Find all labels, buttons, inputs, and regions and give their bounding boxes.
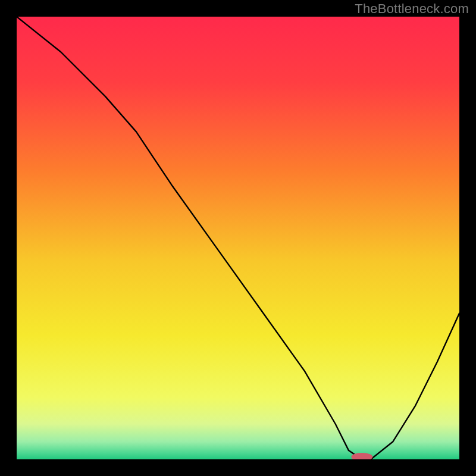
chart-frame: TheBottleneck.com [0, 0, 476, 476]
plot-area [17, 17, 459, 459]
plot-svg [17, 17, 459, 459]
watermark-text: TheBottleneck.com [355, 1, 469, 17]
gradient-background [17, 17, 459, 459]
